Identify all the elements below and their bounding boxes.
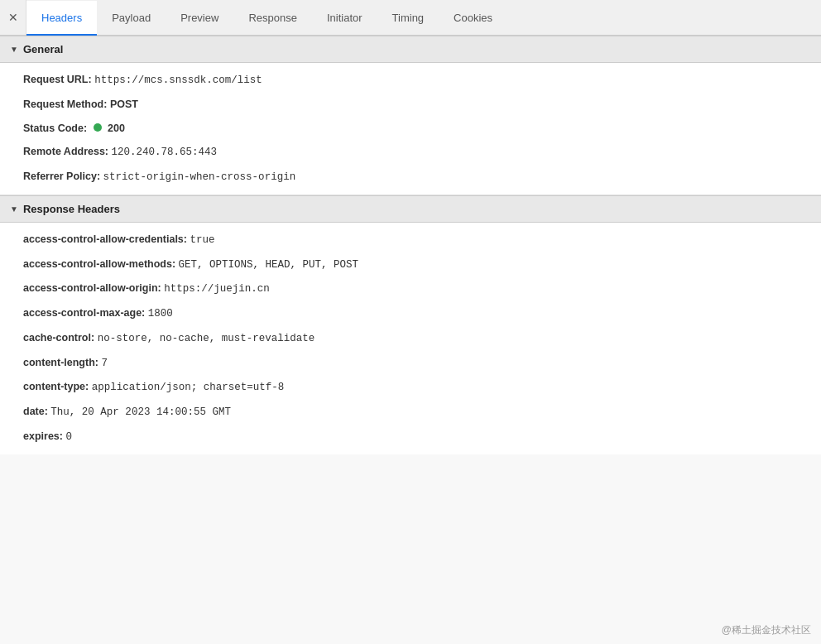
close-icon[interactable]: ✕ [0,0,26,35]
tab-initiator[interactable]: Initiator [312,1,377,36]
row-key: access-control-allow-methods: [23,258,175,270]
row-access-control-allow-origin: access-control-allow-origin: https://jue… [23,276,821,301]
row-access-control-max-age: access-control-max-age: 1800 [23,301,821,326]
tab-response[interactable]: Response [233,1,312,36]
row-value: 120.240.78.65:443 [112,147,218,158]
row-referrer-policy: Referrer Policy: strict-origin-when-cros… [23,165,821,190]
watermark: @稀土掘金技术社区 [722,623,811,637]
row-value: POST [110,99,138,110]
row-remote-address: Remote Address: 120.240.78.65:443 [23,140,821,165]
general-content: Request URL: https://mcs.snssdk.com/list… [0,63,821,195]
row-key: date: [23,406,48,417]
row-value: 1800 [148,308,173,320]
row-key: Remote Address: [23,146,108,157]
row-value: 200 [108,123,125,134]
row-request-method: Request Method: POST [23,93,821,117]
row-cache-control: cache-control: no-store, no-cache, must-… [23,326,821,351]
row-value: 0 [65,431,72,443]
row-key: content-length: [23,357,98,368]
row-key: Referrer Policy: [23,171,100,182]
collapse-triangle-response: ▼ [10,204,18,214]
tab-cookies[interactable]: Cookies [439,1,507,36]
row-key: access-control-allow-credentials: [23,233,187,245]
general-section-header[interactable]: ▼ General [0,36,821,63]
response-headers-section-header[interactable]: ▼ Response Headers [0,195,821,223]
row-key: Request URL: [23,74,92,85]
row-expires: expires: 0 [23,425,821,449]
row-value: GET, OPTIONS, HEAD, PUT, POST [179,259,359,271]
row-value: https://mcs.snssdk.com/list [94,74,262,86]
row-value: strict-origin-when-cross-origin [103,171,296,183]
row-key: access-control-max-age: [23,307,145,319]
row-key: cache-control: [23,332,94,344]
row-content-type: content-type: application/json; charset=… [23,375,821,400]
row-key: access-control-allow-origin: [23,282,161,294]
tab-payload[interactable]: Payload [97,1,166,36]
row-value: 7 [101,358,108,369]
general-section-title: General [23,43,63,55]
row-date: date: Thu, 20 Apr 2023 14:00:55 GMT [23,400,821,425]
status-dot-icon [94,123,102,132]
row-value: application/json; charset=utf-8 [92,382,285,393]
row-value: no-store, no-cache, must-revalidate [98,333,315,344]
row-access-control-allow-credentials: access-control-allow-credentials: true [23,228,821,252]
row-key: Request Method: [23,99,107,110]
row-value: true [190,234,214,246]
tab-bar: ✕ Headers Payload Preview Response Initi… [0,0,821,36]
collapse-triangle-general: ▼ [10,45,18,54]
row-key: Status Code: [23,123,87,134]
row-content-length: content-length: 7 [23,351,821,376]
row-access-control-allow-methods: access-control-allow-methods: GET, OPTIO… [23,252,821,277]
tab-preview[interactable]: Preview [166,1,233,36]
row-key: expires: [23,430,63,442]
response-headers-section-title: Response Headers [23,203,120,215]
row-value: https://juejin.cn [164,283,270,295]
tab-timing[interactable]: Timing [377,1,439,36]
row-request-url: Request URL: https://mcs.snssdk.com/list [23,68,821,93]
tab-headers[interactable]: Headers [26,1,97,36]
row-status-code: Status Code: 200 [23,117,821,141]
response-headers-content: access-control-allow-credentials: true a… [0,223,821,454]
row-key: content-type: [23,381,89,392]
row-value: Thu, 20 Apr 2023 14:00:55 GMT [50,406,231,418]
